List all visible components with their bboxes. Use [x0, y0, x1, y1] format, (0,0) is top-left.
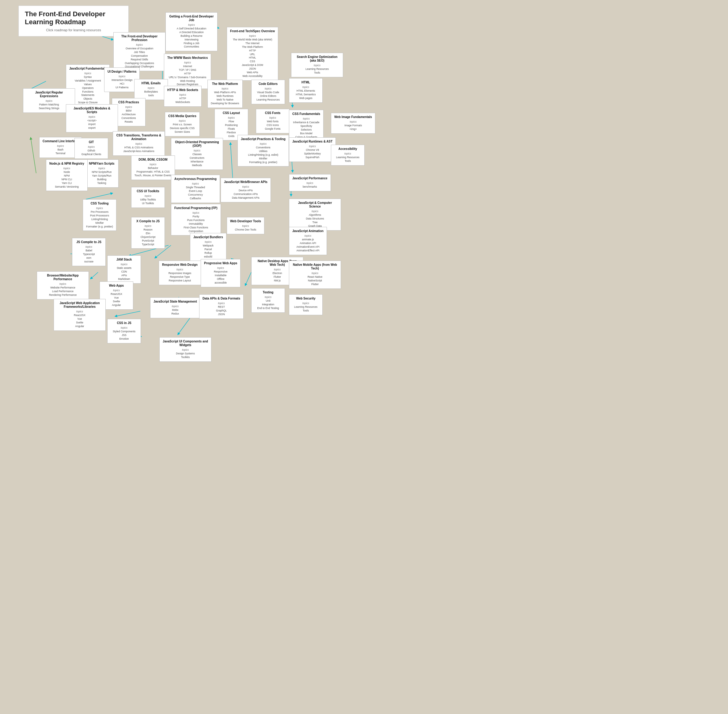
node-git[interactable]: GITtopicsGithubGraphical Clients: [75, 138, 108, 159]
node-getting-job[interactable]: Getting a Front-End Developer JobtopicsA…: [165, 12, 217, 51]
topics-label-css-fundamentals: topics: [292, 117, 320, 120]
node-title-data-apis: Data APIs & Data Formats: [202, 297, 240, 300]
node-js-modules[interactable]: JavaScript/ES Modules & Scriptstopics<sc…: [66, 104, 118, 132]
topic-item-js-practices: Formatting (e.g. prettier): [241, 160, 286, 164]
topic-item-x-compile: Reason: [135, 228, 162, 232]
topic-item-data-apis: GraphQL: [202, 309, 240, 313]
node-pwa[interactable]: Progressive Web AppstopicsResponsiveInst…: [201, 259, 241, 287]
node-title-js-fundamentals: JavaScript Fundamentals: [69, 67, 106, 70]
topics-label-js-state: topics: [153, 305, 197, 308]
topic-item-js-modules: export: [69, 126, 115, 130]
topic-item-www-mechanics: HTTP: [167, 72, 208, 76]
topic-item-js-cs: Algorithms: [292, 213, 338, 217]
node-js-state[interactable]: JavaScript State ManagementtopicsMobxRed…: [150, 297, 201, 318]
topic-item-web-platform: Web To Native: [211, 98, 239, 102]
node-title-testing: Testing: [255, 291, 282, 294]
node-title-css-in-js: CSS in JS: [111, 321, 138, 325]
topic-item-web-platform: Web Runtimes: [211, 94, 239, 98]
topic-item-code-editors: Online Editors: [255, 94, 282, 98]
node-title-js-bundlers: JavaScript Bundlers: [193, 236, 223, 239]
node-title-accessibility: Accessibility: [334, 147, 361, 151]
topics-label-cli: topics: [43, 144, 78, 147]
node-async[interactable]: Asynchronous ProgrammingtopicsSingle Thr…: [171, 175, 220, 203]
topic-item-js-cs: Data Structures: [292, 217, 338, 221]
node-web-image[interactable]: Web Image FundamentalstopicsImage Format…: [331, 113, 375, 134]
node-js-cs[interactable]: JavaScript & Computer SciencetopicsAlgor…: [289, 199, 341, 231]
topic-item-css-tooling: Linting/Hinting: [86, 218, 113, 221]
topics-label-getting-job: topics: [169, 23, 214, 26]
node-seo[interactable]: Search Engine Optimization (aka SEO)topi…: [291, 53, 343, 77]
node-title-async: Asynchronous Programming: [174, 177, 217, 181]
node-title-native-mobile: Native Mobile Apps (from Web Tech): [292, 263, 338, 270]
node-title-cli: Command Line Interface: [43, 140, 78, 143]
node-frontend-profession[interactable]: The Front-end Developer Professiontopics…: [113, 32, 165, 71]
node-dom-bom[interactable]: DOM, BOM, CSSOMtopicsBehaviorProgrammati…: [131, 155, 175, 180]
node-web-security[interactable]: Web SecuritytopicsLearning ResourcesTool…: [289, 294, 323, 315]
node-css-in-js[interactable]: CSS in JStopicsStyled ComponentsJSSEmoti…: [107, 319, 141, 344]
node-frontend-tech[interactable]: Front-end Tech/Spec OverviewtopicsThe Wo…: [227, 27, 278, 81]
node-js-bundlers[interactable]: JavaScript BundlerstopicsWebpackParcelRo…: [190, 233, 226, 261]
node-web-dev-tools[interactable]: Web Developer ToolstopicsChrome Dev Tool…: [227, 217, 264, 234]
node-http-websockets[interactable]: HTTP & Web SocketstopicsHTTPWebSockets: [164, 86, 202, 106]
node-css-toolkits[interactable]: CSS UI ToolkitstopicsUtility ToolkitsUI …: [131, 187, 165, 208]
topic-item-web-platform: Web Platform APIs: [211, 91, 239, 94]
node-js-runtimes[interactable]: JavaScript Runtimes & ASTtopicsChrome V8…: [289, 137, 336, 162]
topics-label-js-ui-components: topics: [163, 348, 208, 351]
node-html[interactable]: HTMLtopicsHTML ElementsHTML SemanticsWeb…: [289, 78, 323, 103]
topic-item-web-apps: Angular: [103, 303, 130, 307]
topic-item-x-compile: TypeScript: [135, 243, 162, 246]
topic-item-js-compile: esm: [75, 256, 102, 260]
node-npm-scripts[interactable]: NPM/Yarn ScriptstopicsNPM Scripts/RunYar…: [85, 159, 118, 188]
topic-item-js-compile: Babel: [75, 249, 102, 253]
node-title-js-cs: JavaScript & Computer Science: [292, 201, 338, 208]
node-jam-stack[interactable]: JAM StacktopicsStatic assetsCDNAPIsMarkd…: [107, 255, 141, 284]
node-js-animation[interactable]: JavaScript Animationtopicsanimate.jsAnim…: [289, 227, 327, 255]
node-css-fonts[interactable]: CSS FontstopicsWeb fontsCSS IconsGoogle …: [256, 109, 289, 134]
node-responsive[interactable]: Responsive Web DesigntopicsResponsive Im…: [159, 261, 201, 285]
node-css-tooling[interactable]: CSS ToolingtopicsPre ProcessorsPost Proc…: [83, 199, 117, 231]
topics-label-oop: topics: [174, 149, 220, 152]
node-web-platform[interactable]: The Web PlatformtopicsWeb Platform APIsW…: [207, 80, 243, 108]
topic-item-js-fundamentals: Values: [69, 83, 106, 87]
node-title-css-fundamentals: CSS Fundamentals: [292, 112, 320, 116]
topics-label-fp: topics: [174, 211, 217, 214]
topic-item-dom-bom: Touch, Mouse, & Pointer Events: [135, 174, 172, 177]
node-code-editors[interactable]: Code EditorstopicsVisual Studio CodeOnli…: [251, 80, 285, 104]
topic-item-frontend-profession: Compensation: [117, 54, 162, 58]
topic-item-seo: Learning Resources: [294, 68, 340, 71]
topics-label-web-dev-tools: topics: [230, 224, 261, 228]
topic-item-cli: Terminal: [43, 152, 78, 155]
node-node-npm[interactable]: Node.js & NPM RegistrytopicsNodeNPMNPM C…: [46, 159, 88, 191]
node-browser-perf[interactable]: Browser/Website/App PerformancetopicsWeb…: [37, 272, 89, 300]
node-js-ui-components[interactable]: JavaScript UI Components and Widgetstopi…: [159, 337, 211, 362]
topic-item-async: Concurrency: [174, 193, 217, 197]
node-fp[interactable]: Functional Programming (FP)topicsPurityP…: [171, 204, 221, 236]
node-js-frameworks[interactable]: JavaScript Web Application Frameworks/Li…: [54, 299, 106, 331]
node-title-css-layout: CSS Layout: [218, 111, 245, 115]
node-www-mechanics[interactable]: The WWW Basic MechanicstopicsInternetTCP…: [164, 54, 211, 89]
topic-item-http-websockets: WebSockets: [167, 100, 198, 104]
topic-item-js-compile: sucrase: [75, 260, 102, 264]
node-x-compile[interactable]: X Compile to JStopicsReasonElmClojureScr…: [131, 217, 165, 249]
node-css-transitions[interactable]: CSS Transitions, Transforms & Animationt…: [113, 131, 165, 156]
node-title-code-editors: Code Editors: [255, 82, 282, 86]
node-html-emails[interactable]: HTML EmailstopicsBoilerplatestools: [134, 79, 168, 100]
topic-item-browser-perf: Load Performance: [40, 290, 85, 293]
topic-item-frontend-tech: The World Wide Web (aka WWW): [230, 38, 275, 42]
node-js-practices[interactable]: JavaScript Practices & ToolingtopicsConv…: [237, 135, 289, 166]
node-css-media[interactable]: CSS Media QueriestopicsPrint v.s. Screen…: [165, 112, 200, 136]
node-native-mobile[interactable]: Native Mobile Apps (from Web Tech)topics…: [289, 261, 341, 289]
node-testing[interactable]: TestingtopicsUnitIntegrationEnd to End T…: [251, 288, 285, 313]
node-title-x-compile: X Compile to JS: [135, 219, 162, 223]
node-title-html: HTML: [292, 81, 319, 84]
topic-item-frontend-tech: CSS: [230, 60, 275, 63]
topic-item-npm-scripts: Building: [88, 178, 115, 182]
node-data-apis[interactable]: Data APIs & Data FormatstopicsRESTGraphQ…: [199, 294, 244, 319]
node-js-web-apis[interactable]: JavaScript Web/Browser APIstopicsDevice …: [220, 178, 271, 202]
node-accessibility[interactable]: AccessibilitytopicsLearning ResourcesToo…: [331, 145, 365, 165]
topics-label-seo: topics: [294, 64, 340, 67]
node-oop[interactable]: Object-Oriented Programming (OOP)topicsC…: [171, 138, 223, 170]
node-js-performance[interactable]: JavaScript Performancetopicsbenchmarks: [289, 174, 331, 191]
node-js-compile[interactable]: JS Compile to JStopicsBabelTypescriptesm…: [72, 238, 106, 266]
topic-item-css-fundamentals: Inheritance & Cascade: [292, 121, 320, 124]
